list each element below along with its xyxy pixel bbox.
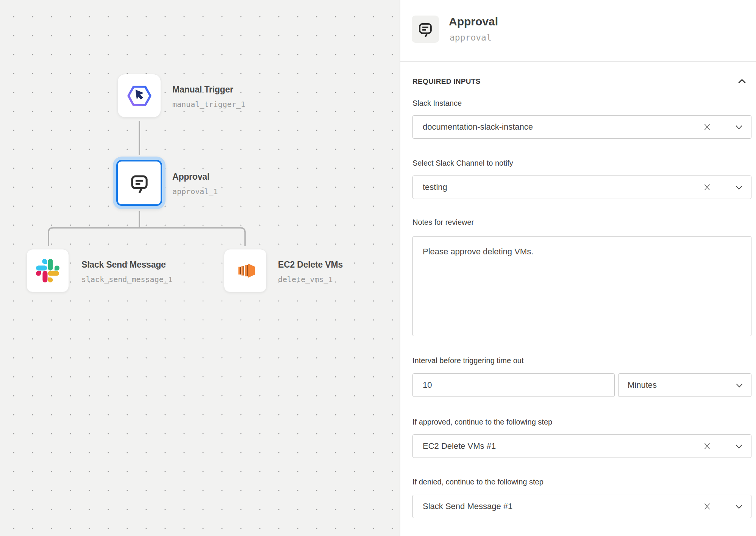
if-denied-label: If denied, continue to the following ste… xyxy=(412,478,544,486)
required-inputs-section-title: REQUIRED INPUTS xyxy=(412,77,481,86)
if-approved-label: If approved, continue to the following s… xyxy=(412,418,552,426)
node-manual-trigger[interactable] xyxy=(117,74,161,118)
panel-title: Approval xyxy=(449,15,498,28)
slack-instance-select[interactable] xyxy=(412,115,751,139)
if-approved-input[interactable] xyxy=(423,441,702,451)
slack-instance-label: Slack Instance xyxy=(412,99,462,107)
node-subtitle: slack_send_message_1 xyxy=(81,275,173,284)
node-label-ec2-delete-vms: EC2 Delete VMs delete_vms_1 xyxy=(278,259,343,284)
close-icon xyxy=(703,122,712,132)
if-approved-select[interactable] xyxy=(412,434,751,458)
clear-button[interactable] xyxy=(702,501,712,512)
slack-instance-input[interactable] xyxy=(423,122,702,132)
clear-button[interactable] xyxy=(702,441,712,451)
node-subtitle: delete_vms_1 xyxy=(278,275,343,284)
workflow-canvas[interactable]: Manual Trigger manual_trigger_1 Approval… xyxy=(0,0,400,536)
slack-icon xyxy=(36,259,59,282)
chevron-down-icon xyxy=(734,380,744,390)
interval-label: Interval before triggering time out xyxy=(412,356,524,365)
close-icon xyxy=(703,442,712,451)
approval-chat-icon xyxy=(129,173,150,193)
dropdown-button[interactable] xyxy=(734,122,744,132)
node-label-manual-trigger: Manual Trigger manual_trigger_1 xyxy=(172,84,245,108)
notes-textarea[interactable]: Please approve deleting VMs. xyxy=(412,236,751,336)
node-title: Manual Trigger xyxy=(172,84,245,95)
slack-channel-select[interactable] xyxy=(412,176,751,199)
clear-button[interactable] xyxy=(702,182,712,193)
notes-label: Notes for reviewer xyxy=(412,218,474,226)
chevron-up-icon xyxy=(737,77,747,86)
node-approval-selection-halo xyxy=(113,157,166,209)
section-collapse-button[interactable] xyxy=(736,76,748,87)
interval-unit-select[interactable]: Minutes xyxy=(618,373,751,397)
slack-channel-input[interactable] xyxy=(423,182,702,192)
chevron-down-icon xyxy=(734,441,744,451)
dropdown-button[interactable] xyxy=(734,182,744,193)
node-ec2-delete-vms[interactable] xyxy=(224,249,267,292)
if-denied-select[interactable] xyxy=(412,495,751,518)
chevron-down-icon xyxy=(734,122,744,132)
step-config-panel: Approval approval REQUIRED INPUTS Slack … xyxy=(400,0,756,536)
slack-channel-label: Select Slack Channel to notify xyxy=(412,159,513,167)
dropdown-button[interactable] xyxy=(734,501,744,512)
interval-value-input[interactable] xyxy=(412,373,615,397)
panel-subtitle: approval xyxy=(450,33,492,42)
node-label-slack-send-message: Slack Send Message slack_send_message_1 xyxy=(81,259,173,284)
node-subtitle: approval_1 xyxy=(172,187,218,196)
workflow-builder: Manual Trigger manual_trigger_1 Approval… xyxy=(0,0,756,536)
dropdown-button[interactable] xyxy=(734,441,744,451)
node-title: Approval xyxy=(172,171,218,182)
interval-unit-value: Minutes xyxy=(628,380,734,390)
chevron-down-icon xyxy=(734,502,744,511)
node-title: EC2 Delete VMs xyxy=(278,259,343,270)
close-icon xyxy=(703,502,712,511)
close-icon xyxy=(703,183,712,192)
if-denied-input[interactable] xyxy=(423,502,702,511)
node-approval[interactable] xyxy=(116,160,162,206)
node-slack-send-message[interactable] xyxy=(27,249,69,292)
clear-button[interactable] xyxy=(702,122,712,132)
approval-chat-icon xyxy=(417,21,433,37)
manual-trigger-icon xyxy=(127,85,152,107)
node-title: Slack Send Message xyxy=(81,259,173,270)
node-label-approval: Approval approval_1 xyxy=(172,171,218,196)
node-subtitle: manual_trigger_1 xyxy=(172,100,245,108)
chevron-down-icon xyxy=(734,182,744,192)
panel-header-divider xyxy=(400,61,756,62)
ec2-icon xyxy=(234,260,256,282)
panel-header-icon-tile xyxy=(412,16,439,43)
